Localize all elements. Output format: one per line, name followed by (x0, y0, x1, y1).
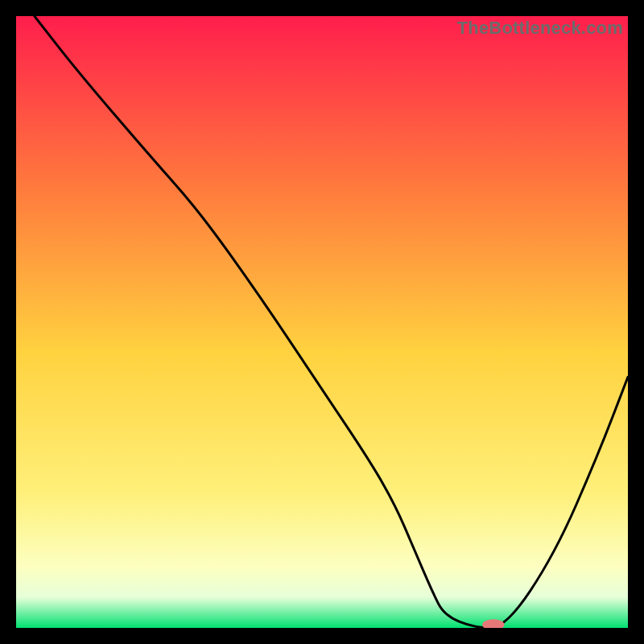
chart-svg (16, 16, 628, 628)
watermark-text: TheBottleneck.com (457, 18, 623, 39)
plot-area: TheBottleneck.com (16, 16, 628, 628)
